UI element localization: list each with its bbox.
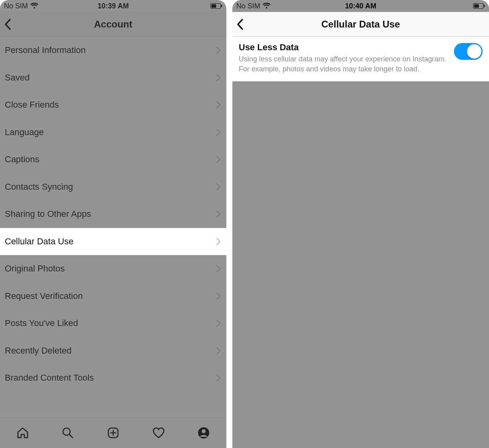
tab-profile-icon[interactable] bbox=[196, 426, 211, 440]
chevron-right-icon bbox=[216, 265, 221, 273]
chevron-right-icon bbox=[216, 74, 221, 82]
row-label: Posts You've Liked bbox=[5, 318, 78, 328]
wifi-icon bbox=[30, 3, 38, 9]
row-label: Captions bbox=[5, 154, 39, 165]
tab-activity-icon[interactable] bbox=[151, 426, 166, 440]
row-label: Request Verification bbox=[5, 291, 83, 301]
row-label: Personal Information bbox=[5, 45, 86, 55]
settings-row-sharing-to-other-apps[interactable]: Sharing to Other Apps bbox=[0, 200, 226, 228]
settings-row-original-photos[interactable]: Original Photos bbox=[0, 255, 226, 283]
chevron-right-icon bbox=[216, 374, 221, 382]
svg-rect-2 bbox=[221, 5, 222, 7]
settings-row-cellular-data-use[interactable]: Cellular Data Use bbox=[0, 228, 226, 255]
row-label: Recently Deleted bbox=[5, 346, 72, 356]
clock-label: 10:40 AM bbox=[345, 2, 376, 10]
row-label: Cellular Data Use bbox=[5, 236, 73, 247]
row-label: Saved bbox=[5, 73, 29, 83]
settings-row-captions[interactable]: Captions bbox=[0, 146, 226, 173]
settings-row-personal-information[interactable]: Personal Information bbox=[0, 37, 226, 64]
chevron-right-icon bbox=[216, 319, 221, 327]
back-button[interactable] bbox=[236, 18, 244, 30]
svg-line-4 bbox=[69, 434, 73, 438]
settings-row-posts-you-ve-liked[interactable]: Posts You've Liked bbox=[0, 310, 226, 337]
chevron-right-icon bbox=[216, 46, 221, 54]
use-less-data-row[interactable]: Use Less Data Using less cellular data m… bbox=[232, 37, 489, 81]
nav-title: Account bbox=[94, 19, 132, 30]
phone-account-screen: No SIM 10:39 AM Account Personal Informa… bbox=[0, 0, 226, 448]
tab-search-icon[interactable] bbox=[61, 426, 75, 440]
phone-cellular-screen: No SIM 10:40 AM Cellular Data Use Use Le… bbox=[232, 0, 489, 448]
svg-point-9 bbox=[202, 429, 206, 433]
status-bar: No SIM 10:40 AM bbox=[232, 0, 489, 12]
chevron-right-icon bbox=[216, 101, 221, 109]
tab-create-icon[interactable] bbox=[106, 426, 120, 440]
nav-bar: Cellular Data Use bbox=[232, 12, 489, 37]
setting-description: Using less cellular data may affect your… bbox=[239, 54, 448, 74]
carrier-label: No SIM bbox=[236, 2, 260, 10]
battery-icon bbox=[210, 3, 222, 9]
settings-row-request-verification[interactable]: Request Verification bbox=[0, 283, 226, 310]
nav-title: Cellular Data Use bbox=[321, 19, 400, 30]
row-label: Close Friends bbox=[5, 100, 59, 110]
clock-label: 10:39 AM bbox=[98, 2, 129, 10]
chevron-right-icon bbox=[216, 155, 221, 163]
setting-title: Use Less Data bbox=[239, 42, 448, 53]
row-label: Branded Content Tools bbox=[5, 373, 94, 383]
chevron-right-icon bbox=[216, 292, 221, 300]
wifi-icon bbox=[263, 3, 271, 9]
row-label: Language bbox=[5, 127, 44, 138]
svg-rect-12 bbox=[484, 5, 485, 7]
chevron-right-icon bbox=[216, 183, 221, 191]
battery-icon bbox=[473, 3, 485, 9]
carrier-label: No SIM bbox=[4, 2, 28, 10]
settings-row-contacts-syncing[interactable]: Contacts Syncing bbox=[0, 173, 226, 201]
settings-row-close-friends[interactable]: Close Friends bbox=[0, 91, 226, 119]
row-label: Original Photos bbox=[5, 263, 65, 274]
settings-row-recently-deleted[interactable]: Recently Deleted bbox=[0, 337, 226, 365]
row-label: Sharing to Other Apps bbox=[5, 209, 91, 219]
back-button[interactable] bbox=[4, 18, 11, 30]
tab-home-icon[interactable] bbox=[16, 426, 30, 440]
chevron-right-icon bbox=[216, 238, 221, 246]
settings-list[interactable]: Personal InformationSavedClose FriendsLa… bbox=[0, 37, 226, 417]
chevron-right-icon bbox=[216, 128, 221, 136]
nav-bar: Account bbox=[0, 12, 226, 37]
settings-row-language[interactable]: Language bbox=[0, 119, 226, 146]
use-less-data-toggle[interactable] bbox=[454, 43, 483, 60]
svg-rect-11 bbox=[474, 4, 479, 8]
settings-row-saved[interactable]: Saved bbox=[0, 64, 226, 92]
tab-bar bbox=[0, 417, 226, 448]
settings-row-branded-content-tools[interactable]: Branded Content Tools bbox=[0, 364, 226, 392]
row-label: Contacts Syncing bbox=[5, 182, 73, 192]
status-bar: No SIM 10:39 AM bbox=[0, 0, 226, 12]
svg-rect-1 bbox=[212, 4, 216, 8]
chevron-right-icon bbox=[216, 210, 221, 218]
chevron-right-icon bbox=[216, 347, 221, 355]
